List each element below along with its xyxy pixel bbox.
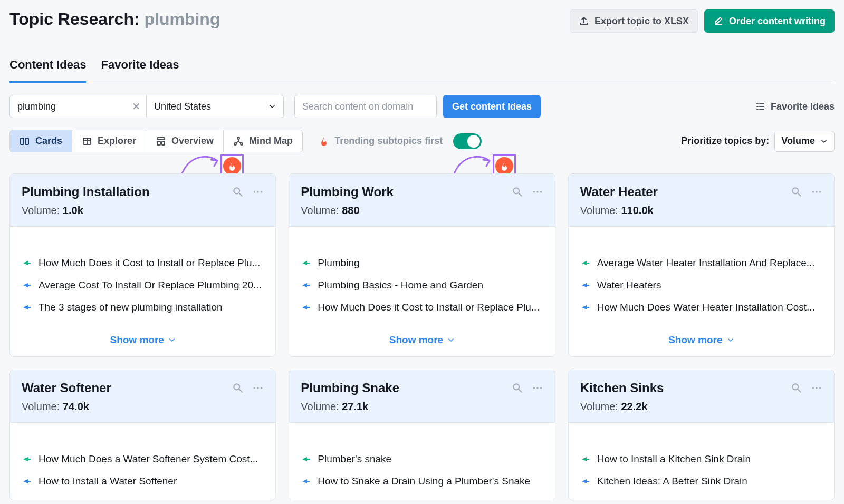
- tab-favorite-ideas[interactable]: Favorite Ideas: [101, 52, 179, 83]
- bullhorn-icon: [580, 455, 591, 463]
- edit-icon: [713, 16, 724, 26]
- show-more-button[interactable]: Show more: [10, 326, 275, 356]
- view-segmented: Cards Explorer Overview Mind Map: [9, 130, 303, 152]
- content-idea-text: Water Heaters: [597, 279, 661, 291]
- country-select[interactable]: United States: [147, 95, 284, 118]
- bullhorn-icon: [301, 477, 311, 486]
- bullhorn-icon: [301, 303, 311, 312]
- domain-search-input[interactable]: Search content on domain: [294, 95, 437, 118]
- content-idea-line[interactable]: How Much Does it Cost to Install or Repl…: [22, 252, 264, 274]
- chevron-down-icon: [820, 138, 828, 145]
- card-header: Plumbing SnakeVolume: 27.1k: [289, 370, 554, 423]
- card-volume: Volume: 27.1k: [301, 401, 543, 413]
- content-idea-line[interactable]: Average Cost To Install Or Replace Plumb…: [22, 274, 264, 296]
- topic-card[interactable]: Plumbing WorkVolume: 880PlumbingPlumbing…: [289, 173, 555, 357]
- content-idea-text: The 3 stages of new plumbing installatio…: [39, 302, 223, 313]
- topic-card[interactable]: Plumbing SnakeVolume: 27.1kPlumber's sna…: [289, 370, 555, 500]
- view-explorer[interactable]: Explorer: [72, 130, 146, 152]
- content-idea-line[interactable]: Water Heaters: [580, 274, 822, 296]
- prioritize-label: Prioritize topics by: Volume: [681, 131, 835, 152]
- content-idea-line[interactable]: How Much Does Water Heater Installation …: [580, 296, 822, 318]
- more-icon[interactable]: [532, 382, 543, 394]
- content-idea-text: Average Water Heater Installation And Re…: [597, 257, 815, 269]
- more-icon[interactable]: [811, 382, 822, 394]
- content-idea-text: How Much Does Water Heater Installation …: [597, 302, 815, 313]
- clear-keyword-icon[interactable]: ✕: [132, 100, 141, 113]
- card-volume: Volume: 22.2k: [580, 401, 822, 413]
- content-idea-line[interactable]: Average Water Heater Installation And Re…: [580, 252, 822, 274]
- card-title: Plumbing Installation: [22, 185, 150, 199]
- main-tabs: Content Ideas Favorite Ideas: [9, 52, 835, 83]
- get-content-ideas-button[interactable]: Get content ideas: [443, 95, 541, 118]
- content-idea-text: How Much Does it Cost to Install or Repl…: [39, 257, 260, 269]
- cards-icon: [20, 136, 30, 147]
- more-icon[interactable]: [252, 186, 264, 198]
- view-mindmap-label: Mind Map: [249, 135, 293, 147]
- search-icon[interactable]: [791, 186, 802, 198]
- tab-content-ideas[interactable]: Content Ideas: [9, 52, 86, 83]
- topic-card[interactable]: Kitchen SinksVolume: 22.2kHow to Install…: [568, 370, 835, 500]
- card-header: Plumbing WorkVolume: 880: [289, 174, 554, 227]
- bullhorn-icon: [22, 477, 32, 486]
- country-select-value: United States: [154, 101, 211, 112]
- chevron-down-icon: [268, 103, 276, 110]
- page-title-topic: plumbing: [144, 9, 220, 28]
- cards-grid: Plumbing InstallationVolume: 1.0kHow Muc…: [9, 173, 835, 500]
- content-idea-line[interactable]: Plumbing Basics - Home and Garden: [301, 274, 543, 296]
- domain-search-placeholder: Search content on domain: [302, 101, 413, 112]
- card-title: Kitchen Sinks: [580, 381, 664, 395]
- search-icon[interactable]: [512, 186, 523, 198]
- content-idea-line[interactable]: Kitchen Ideas: A Better Sink Drain: [580, 470, 822, 492]
- trending-first-label: Trending subtopics first: [319, 135, 443, 147]
- content-idea-line[interactable]: The 3 stages of new plumbing installatio…: [22, 296, 264, 318]
- content-idea-line[interactable]: How Much Does it Cost to Install or Repl…: [301, 296, 543, 318]
- export-button[interactable]: Export topic to XLSX: [570, 9, 698, 33]
- export-button-label: Export topic to XLSX: [594, 16, 689, 27]
- search-icon[interactable]: [791, 382, 802, 394]
- favorite-ideas-link[interactable]: Favorite Ideas: [755, 101, 835, 112]
- table-icon: [82, 136, 92, 147]
- keyword-input[interactable]: plumbing ✕: [9, 95, 147, 118]
- topic-card[interactable]: Water HeaterVolume: 110.0kAverage Water …: [568, 173, 835, 357]
- order-content-label: Order content writing: [729, 16, 826, 27]
- prioritize-select[interactable]: Volume: [774, 131, 835, 152]
- content-idea-line[interactable]: How to Install a Water Softener: [22, 470, 264, 492]
- trending-toggle[interactable]: [453, 133, 482, 149]
- bullhorn-icon: [580, 477, 591, 486]
- content-idea-text: How Much Does it Cost to Install or Repl…: [318, 302, 539, 313]
- content-idea-text: Plumbing: [318, 257, 359, 269]
- topic-card[interactable]: Plumbing InstallationVolume: 1.0kHow Muc…: [9, 173, 276, 357]
- order-content-button[interactable]: Order content writing: [704, 9, 835, 33]
- more-icon[interactable]: [532, 186, 543, 198]
- content-idea-line[interactable]: How to Install a Kitchen Sink Drain: [580, 448, 822, 470]
- content-idea-line[interactable]: Plumbing: [301, 252, 543, 274]
- more-icon[interactable]: [811, 186, 822, 198]
- keyword-input-value: plumbing: [17, 101, 56, 112]
- content-idea-line[interactable]: How Much Does a Water Softener System Co…: [22, 448, 264, 470]
- more-icon[interactable]: [252, 382, 264, 394]
- view-cards[interactable]: Cards: [10, 130, 72, 152]
- favorite-ideas-link-label: Favorite Ideas: [771, 101, 835, 112]
- search-icon[interactable]: [232, 382, 244, 394]
- content-idea-text: Plumber's snake: [318, 453, 391, 465]
- bullhorn-icon: [580, 259, 591, 267]
- topic-card[interactable]: Water SoftenerVolume: 74.0kHow Much Does…: [9, 370, 276, 500]
- get-content-ideas-label: Get content ideas: [452, 101, 532, 112]
- content-idea-text: Plumbing Basics - Home and Garden: [318, 279, 483, 291]
- view-overview[interactable]: Overview: [146, 130, 224, 152]
- fire-icon: [319, 136, 329, 147]
- view-mindmap[interactable]: Mind Map: [224, 130, 302, 152]
- card-volume: Volume: 74.0k: [22, 401, 264, 413]
- show-more-button[interactable]: Show more: [289, 326, 554, 356]
- search-icon[interactable]: [232, 186, 244, 198]
- bullhorn-icon: [301, 455, 311, 463]
- show-more-button[interactable]: Show more: [569, 326, 834, 356]
- bullhorn-icon: [580, 303, 591, 312]
- content-idea-line[interactable]: Plumber's snake: [301, 448, 543, 470]
- content-idea-line[interactable]: How to Snake a Drain Using a Plumber's S…: [301, 470, 543, 492]
- card-volume: Volume: 110.0k: [580, 205, 822, 217]
- content-idea-text: How to Install a Water Softener: [39, 476, 177, 487]
- search-icon[interactable]: [512, 382, 523, 394]
- trending-first-text: Trending subtopics first: [334, 135, 443, 147]
- overview-icon: [156, 136, 166, 147]
